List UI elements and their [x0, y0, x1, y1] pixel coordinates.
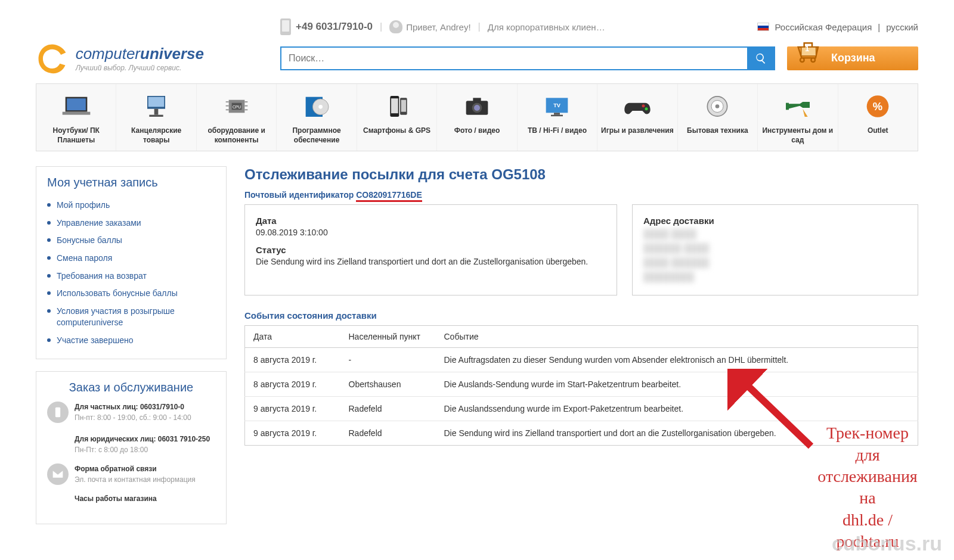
support-title: Заказ и обслуживание — [47, 381, 215, 394]
svg-point-19 — [318, 105, 323, 109]
svg-rect-37 — [786, 103, 789, 110]
search-icon — [755, 52, 767, 64]
svg-rect-2 — [67, 98, 86, 110]
cart-icon: 1 — [794, 35, 824, 70]
page: +49 6031/7910-0 | Привет, Andrey! | Для … — [0, 0, 954, 560]
tagline: Лучший выбор. Лучший сервис. — [76, 64, 182, 72]
feedback-link[interactable]: Форма обратной связи — [75, 465, 157, 473]
tracking-id-row: Почтовый идентификатор CO820917716DE — [244, 190, 918, 200]
sidebar-item-participation[interactable]: Участие завершено — [47, 332, 215, 350]
svg-point-32 — [642, 104, 645, 107]
search-button[interactable] — [747, 48, 774, 69]
user-icon — [389, 20, 402, 33]
page-title: Отслеживание посылки для счета OG5108 — [244, 166, 918, 183]
account-box: Моя учетная запись Мой профиль Управлени… — [36, 166, 227, 359]
svg-rect-27 — [473, 98, 481, 102]
account-menu: Мой профиль Управление заказами Бонусные… — [47, 197, 215, 349]
svg-rect-21 — [391, 98, 398, 113]
watermark: cubonus.ru — [832, 532, 942, 555]
cat-appliances[interactable]: Бытовая техника — [678, 84, 758, 151]
svg-text:TV: TV — [554, 102, 562, 108]
hours-link[interactable]: Часы работы магазина — [75, 494, 157, 503]
table-row: 8 августа 2019 г.-Die Auftragsdaten zu d… — [245, 348, 918, 372]
main: Отслеживание посылки для счета OG5108 По… — [244, 166, 918, 536]
cart-count: 1 — [805, 44, 809, 53]
cat-tv[interactable]: TVТВ / Hi-Fi / видео — [518, 84, 597, 151]
sidebar-item-bonus[interactable]: Бонусные баллы — [47, 232, 215, 250]
sidebar-item-password[interactable]: Смена пароля — [47, 250, 215, 267]
sidebar: Моя учетная запись Мой профиль Управлени… — [36, 166, 227, 536]
sidebar-item-orders[interactable]: Управление заказами — [47, 214, 215, 232]
search-box — [280, 46, 775, 70]
cat-laptops[interactable]: Ноутбуки/ ПК Планшеты — [36, 84, 116, 151]
cat-office[interactable]: Канцелярские товары — [116, 84, 196, 151]
address-card: Адрес доставки ████ ██████████ ████████ … — [632, 204, 918, 295]
flag-icon — [757, 23, 769, 31]
cat-games[interactable]: Игры и развлечения — [597, 84, 677, 151]
header-row: computeruniverse Лучший выбор. Лучший се… — [36, 42, 918, 74]
col-event: Событие — [436, 326, 918, 348]
sidebar-item-use-bonus[interactable]: Использовать бонусные баллы — [47, 285, 215, 303]
svg-rect-5 — [148, 97, 165, 107]
tracking-id-link[interactable]: CO820917716DE — [356, 190, 422, 202]
col-place: Населенный пункт — [340, 326, 436, 348]
cart-button[interactable]: 1 Корзина — [787, 46, 918, 70]
svg-rect-31 — [551, 115, 563, 117]
cat-photo[interactable]: Фото / видео — [437, 84, 517, 151]
status-card: Дата 09.08.2019 3:10:00 Статус Die Sendu… — [244, 204, 617, 295]
cat-tools[interactable]: Инструменты дом и сад — [758, 84, 838, 151]
greeting[interactable]: Привет, Andrey! — [406, 22, 470, 32]
phone-support-icon — [47, 402, 69, 423]
sidebar-item-profile[interactable]: Мой профиль — [47, 197, 215, 214]
phone-number: +49 6031/7910-0 — [296, 21, 373, 33]
svg-point-36 — [715, 104, 720, 108]
events-table: Дата Населенный пункт Событие 8 августа … — [244, 325, 918, 446]
account-title: Моя учетная запись — [47, 176, 215, 189]
svg-text:CPU: CPU — [233, 105, 241, 109]
content: Моя учетная запись Мой профиль Управлени… — [36, 166, 918, 536]
logo[interactable]: computeruniverse Лучший выбор. Лучший се… — [36, 42, 268, 74]
mail-icon — [47, 463, 69, 485]
cart-label: Корзина — [831, 52, 875, 64]
country-selector[interactable]: Российская Федерация — [775, 22, 872, 32]
table-row: 9 августа 2019 г.RadefeldDie Sendung wir… — [245, 421, 918, 446]
svg-rect-7 — [150, 115, 163, 117]
support-box: Заказ и обслуживание Для частных лиц: 06… — [36, 371, 227, 524]
svg-text:%: % — [873, 100, 882, 113]
svg-rect-23 — [401, 100, 405, 112]
sidebar-item-raffle[interactable]: Условия участия в розыгрыше computeruniv… — [47, 303, 215, 332]
sidebar-item-returns[interactable]: Требования на возврат — [47, 267, 215, 285]
search-input[interactable] — [281, 48, 747, 69]
language-selector[interactable]: русский — [886, 22, 918, 32]
category-nav: Ноутбуки/ ПК Планшеты Канцелярские товар… — [36, 83, 918, 151]
corporate-link[interactable]: Для корпоративных клиен… — [488, 22, 605, 32]
table-row: 8 августа 2019 г.ObertshausenDie Ausland… — [245, 372, 918, 397]
svg-point-26 — [474, 105, 480, 111]
events-title: События состояния доставки — [244, 310, 918, 321]
cat-hardware[interactable]: CPUоборудование и компоненты — [197, 84, 277, 151]
address-blurred: ████ ██████████ ████████ ██████████████ — [643, 227, 907, 284]
svg-rect-30 — [554, 113, 560, 114]
col-date: Дата — [245, 326, 340, 348]
top-bar: +49 6031/7910-0 | Привет, Andrey! | Для … — [280, 18, 918, 36]
phone-icon — [280, 18, 291, 35]
svg-rect-40 — [55, 407, 60, 417]
svg-rect-6 — [154, 109, 159, 115]
table-row: 9 августа 2019 г.RadefeldDie Auslandssen… — [245, 397, 918, 421]
cat-phones[interactable]: Смартфоны & GPS — [357, 84, 437, 151]
cat-outlet[interactable]: %Outlet — [838, 84, 918, 151]
svg-rect-3 — [62, 112, 90, 115]
cat-software[interactable]: Программное обеспечение — [277, 84, 357, 151]
logo-mark-icon — [36, 42, 69, 74]
svg-point-33 — [645, 107, 648, 110]
